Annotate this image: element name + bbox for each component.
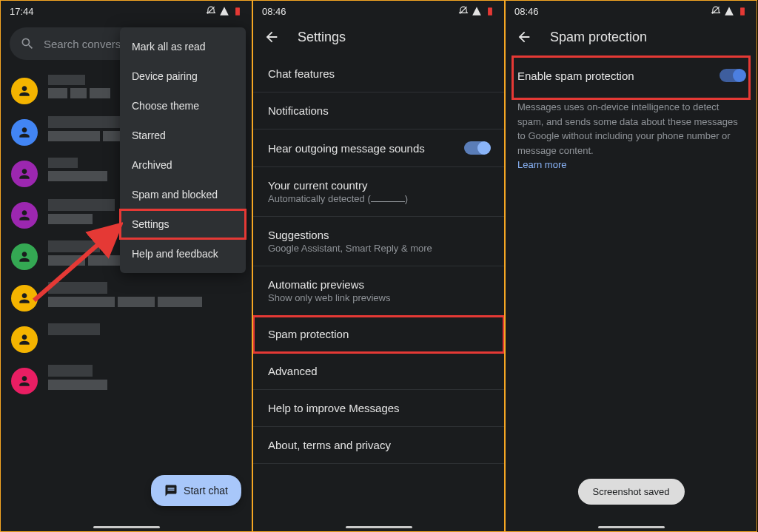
setting-title: Spam protection [268,328,489,340]
conversation-row[interactable] [1,359,252,400]
avatar [11,326,38,353]
menu-item-choose-theme[interactable]: Choose theme [120,91,246,121]
page-title: Spam protection [550,30,647,45]
search-icon [20,36,35,51]
setting-about-terms-and-privacy[interactable]: About, terms and privacy [253,427,504,464]
enable-spam-label: Enable spam protection [517,70,634,82]
nav-bar-hint [598,526,665,528]
battery-icon [737,6,748,16]
messages-inbox-screen: 17:44 Search conversat Mark all as readD… [0,0,252,532]
fab-label: Start chat [184,485,228,496]
setting-automatic-previews[interactable]: Automatic previewsShow only web link pre… [253,266,504,316]
clock: 08:46 [262,6,286,17]
menu-item-settings[interactable]: Settings [120,209,246,239]
setting-advanced[interactable]: Advanced [253,353,504,390]
setting-chat-features[interactable]: Chat features [253,55,504,92]
settings-list: Chat featuresNotificationsHear outgoing … [253,55,504,464]
redacted-content [48,282,202,307]
nav-bar-hint [93,526,160,528]
setting-title: Notifications [268,104,489,117]
status-icons [458,6,495,16]
menu-item-starred[interactable]: Starred [120,121,246,150]
screenshot-toast: Screenshot saved [577,479,684,505]
avatar [11,161,38,187]
spam-protection-screen: 08:46 Spam protection Enable spam protec… [505,0,757,532]
setting-spam-protection[interactable]: Spam protection [253,316,504,353]
page-title: Settings [298,30,346,45]
signal-icon [472,6,482,16]
conversation-row[interactable] [1,276,252,317]
setting-notifications[interactable]: Notifications [253,92,504,129]
menu-item-help-and-feedback[interactable]: Help and feedback [120,239,246,269]
menu-item-device-pairing[interactable]: Device pairing [120,61,246,91]
setting-title: Your current country [268,179,489,192]
clock: 08:46 [514,6,539,17]
header: Spam protection [506,21,757,55]
chat-icon [164,484,178,497]
avatar [11,202,38,229]
status-bar: 08:46 [253,1,504,21]
svg-rect-0 [235,7,240,15]
setting-title: Suggestions [268,229,489,241]
svg-rect-3 [740,7,745,15]
setting-hear-outgoing-message-sounds[interactable]: Hear outgoing message sounds [253,129,504,167]
menu-item-archived[interactable]: Archived [120,150,246,180]
enable-spam-row[interactable]: Enable spam protection [506,55,757,95]
status-icons [206,6,243,16]
redacted-content [48,158,107,181]
redacted-content [48,75,110,98]
clock: 17:44 [10,6,34,17]
avatar [11,368,38,394]
back-icon[interactable] [516,29,532,45]
toggle[interactable] [464,141,489,155]
setting-title: Advanced [268,365,489,377]
nav-bar-hint [346,526,412,528]
menu-item-spam-and-blocked[interactable]: Spam and blocked [120,180,246,209]
start-chat-button[interactable]: Start chat [151,475,241,506]
setting-title: Hear outgoing message sounds [268,142,464,155]
status-bar: 08:46 [506,1,757,21]
enable-spam-toggle[interactable] [720,69,745,82]
redacted-content [48,365,107,390]
svg-rect-2 [488,7,492,15]
dnd-icon [206,6,216,16]
setting-title: Automatic previews [268,278,489,291]
avatar [11,78,38,104]
overflow-menu: Mark all as readDevice pairingChoose the… [120,27,246,273]
setting-title: Help to improve Messages [268,402,489,414]
setting-subtitle: Google Assistant, Smart Reply & more [268,243,489,254]
menu-item-mark-all-as-read[interactable]: Mark all as read [120,32,246,61]
search-placeholder: Search conversat [44,38,130,50]
setting-subtitle: Automatically detected () [268,193,489,204]
setting-suggestions[interactable]: SuggestionsGoogle Assistant, Smart Reply… [253,217,504,266]
header: Settings [253,21,504,55]
signal-icon [219,6,229,16]
back-icon[interactable] [264,29,280,45]
redacted-content [48,199,115,224]
avatar [11,243,38,270]
avatar [11,285,38,312]
setting-help-to-improve-messages[interactable]: Help to improve Messages [253,390,504,427]
setting-title: Chat features [268,67,489,80]
signal-icon [724,6,734,16]
setting-your-current-country[interactable]: Your current countryAutomatically detect… [253,167,504,217]
dnd-icon [458,6,469,16]
dnd-icon [711,6,721,16]
avatar [11,119,38,146]
info-body: Messages uses on-device intelligence to … [517,101,738,156]
info-text: Messages uses on-device intelligence to … [506,95,757,177]
status-bar: 17:44 [1,1,252,21]
battery-icon [485,6,495,16]
learn-more-link[interactable]: Learn more [517,159,566,170]
status-icons [711,6,748,16]
setting-subtitle: Show only web link previews [268,292,489,303]
battery-icon [232,6,243,16]
conversation-row[interactable] [1,317,252,359]
settings-screen: 08:46 Settings Chat featuresNotification… [252,0,505,532]
setting-title: About, terms and privacy [268,439,489,451]
redacted-content [48,323,100,335]
